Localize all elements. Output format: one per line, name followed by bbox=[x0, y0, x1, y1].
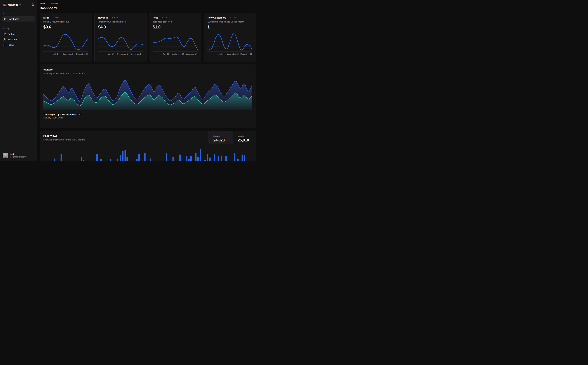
sidebar-item-label: Settings bbox=[8, 33, 16, 35]
chevrons-up-down-icon bbox=[19, 4, 21, 6]
logo-letter: m bbox=[3, 3, 6, 6]
trend-up-icon: ↑ bbox=[53, 17, 54, 19]
x-tick: December 24 bbox=[186, 53, 197, 55]
sidebar: m Makerkit Application Dashboard Setting… bbox=[0, 0, 37, 161]
nav-section-application: Application bbox=[2, 12, 35, 15]
x-tick: September 24 bbox=[172, 53, 184, 55]
x-tick: December 24 bbox=[76, 53, 88, 55]
mrr-sparkline-chart bbox=[43, 31, 88, 51]
stat-value: $1.0 bbox=[153, 25, 198, 29]
trend-badge: ↓-25% bbox=[230, 17, 236, 19]
toggle-mobile[interactable]: Mobile 25,010 bbox=[233, 131, 256, 144]
chevrons-up-down-icon bbox=[32, 154, 35, 157]
visitors-chart-container bbox=[43, 77, 252, 110]
trend-up-icon: ↑ bbox=[112, 17, 113, 19]
stat-title: Fees bbox=[153, 16, 159, 19]
visitors-area-chart bbox=[43, 77, 252, 110]
user-info: test test@makerkit.dev bbox=[10, 153, 27, 158]
sparkline-container: July 24 September 24 December 24 bbox=[98, 31, 143, 56]
stat-card-fees: Fees ↑9% Total fees collected $1.0 July … bbox=[149, 13, 201, 62]
stat-value: 1 bbox=[208, 25, 252, 29]
sidebar-item-dashboard[interactable]: Dashboard bbox=[2, 16, 35, 21]
breadcrumb-home-link[interactable]: Home bbox=[40, 2, 45, 5]
x-tick: July 24 bbox=[53, 53, 59, 55]
stat-subtitle: Customers who signed up this month bbox=[208, 21, 252, 23]
stat-value: $4.3 bbox=[98, 25, 143, 29]
x-axis: July 24 September 24 December 24 bbox=[43, 51, 88, 56]
trend-delta: 12% bbox=[114, 17, 118, 19]
user-email: test@makerkit.dev bbox=[10, 156, 27, 158]
visitors-title: Visitors bbox=[43, 68, 252, 71]
x-tick: December 24 bbox=[131, 53, 142, 55]
x-tick: September 24 bbox=[62, 53, 74, 55]
trend-delta: 20% bbox=[55, 17, 59, 19]
stat-title: MRR bbox=[43, 16, 49, 19]
page-views-chart-container bbox=[40, 144, 256, 161]
trend-delta: -25% bbox=[232, 17, 236, 19]
notifications-button[interactable] bbox=[31, 3, 35, 7]
user-name: test bbox=[10, 153, 27, 155]
workspace-selector[interactable]: m Makerkit bbox=[2, 2, 21, 7]
app-root: m Makerkit Application Dashboard Setting… bbox=[0, 0, 257, 161]
sidebar-item-label: Dashboard bbox=[8, 18, 19, 20]
toggle-value: 24,828 bbox=[213, 138, 233, 142]
page-title: Dashboard bbox=[40, 6, 256, 10]
visitors-trend-text: Trending up by 5.2% this month bbox=[43, 113, 77, 116]
layout-dashboard-icon bbox=[3, 18, 6, 20]
sidebar-item-billing[interactable]: Billing bbox=[2, 42, 35, 48]
page-views-titles: Page Views Showing total visitors for th… bbox=[40, 131, 208, 144]
page-views-bar-chart bbox=[40, 144, 256, 161]
customers-sparkline-chart bbox=[208, 31, 252, 51]
fees-sparkline-chart bbox=[153, 31, 198, 51]
sidebar-item-settings[interactable]: Settings bbox=[2, 31, 35, 36]
x-tick: December 24 bbox=[240, 53, 252, 55]
user-menu[interactable]: test test@makerkit.dev bbox=[2, 152, 35, 159]
stat-cards-row: MRR ↑20% Monthly recurring revenue $9.6 … bbox=[40, 13, 256, 62]
users-icon bbox=[3, 38, 6, 41]
breadcrumb: Home Makerkit bbox=[40, 2, 256, 5]
stat-title: New Customers bbox=[208, 16, 226, 19]
toggle-desktop[interactable]: Desktop 24,828 bbox=[208, 131, 233, 144]
avatar bbox=[3, 153, 8, 158]
credit-card-icon bbox=[3, 44, 6, 46]
visitors-period: January - June 2024 bbox=[43, 117, 252, 119]
sparkline-container: July 24 September 24 December 24 bbox=[43, 31, 88, 56]
chevron-right-icon bbox=[47, 2, 49, 5]
trend-delta: 9% bbox=[164, 17, 167, 19]
toggle-value: 25,010 bbox=[238, 138, 256, 142]
page-views-card: Page Views Showing total visitors for th… bbox=[40, 131, 256, 161]
stat-subtitle: Monthly recurring revenue bbox=[43, 21, 88, 23]
x-tick: July 24 bbox=[108, 53, 114, 55]
sparkline-container: July 24 September 24 December 24 bbox=[153, 31, 198, 56]
sidebar-header: m Makerkit bbox=[0, 0, 37, 7]
trend-badge: ↑20% bbox=[53, 17, 59, 19]
sparkline-container: July 24 September 24 December 24 bbox=[208, 31, 252, 56]
sidebar-item-members[interactable]: Members bbox=[2, 37, 35, 42]
sidebar-footer: test test@makerkit.dev bbox=[0, 150, 37, 161]
toggle-label: Desktop bbox=[213, 135, 233, 138]
x-axis: July 24 September 24 December 24 bbox=[153, 51, 198, 56]
visitors-footer: Trending up by 5.2% this month bbox=[43, 113, 252, 116]
sidebar-item-label: Members bbox=[8, 38, 17, 41]
gear-icon bbox=[3, 33, 6, 35]
breadcrumb-current: Makerkit bbox=[50, 2, 58, 5]
stat-title: Revenue bbox=[98, 16, 109, 19]
stat-value: $9.6 bbox=[43, 25, 88, 29]
trend-badge: ↑9% bbox=[162, 17, 167, 19]
stat-card-mrr: MRR ↑20% Monthly recurring revenue $9.6 … bbox=[40, 13, 92, 62]
visitors-card: Visitors Showing total visitors for the … bbox=[40, 64, 256, 128]
trend-up-icon: ↑ bbox=[162, 17, 163, 19]
stat-subtitle: Total fees collected bbox=[153, 21, 198, 23]
bell-icon bbox=[31, 3, 35, 6]
makerkit-logo: m bbox=[2, 3, 7, 7]
x-tick: July 24 bbox=[163, 53, 169, 55]
stat-card-new-customers: New Customers ↓-25% Customers who signed… bbox=[204, 13, 256, 62]
nav-section-settings: Settings bbox=[2, 28, 35, 30]
page-views-title: Page Views bbox=[43, 134, 205, 137]
visitors-subtitle: Showing total visitors for the last 6 mo… bbox=[43, 72, 252, 75]
trending-up-icon bbox=[78, 113, 81, 116]
toggle-label: Mobile bbox=[238, 135, 256, 138]
sidebar-item-label: Billing bbox=[8, 44, 14, 46]
x-axis: July 24 September 24 December 24 bbox=[208, 51, 252, 56]
x-tick: July 24 bbox=[217, 53, 223, 55]
